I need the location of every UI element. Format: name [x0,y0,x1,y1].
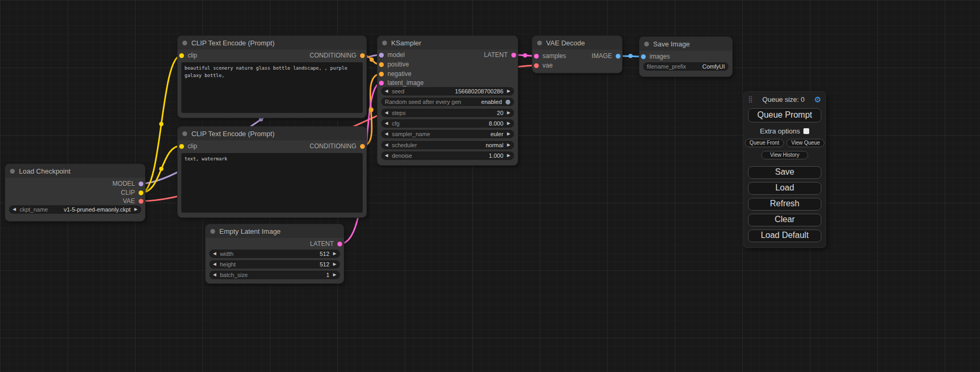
widget-value: 156680208700286 [408,88,503,94]
increment-arrow-icon[interactable]: ▶ [134,207,138,212]
input-port-images[interactable] [641,54,646,59]
collapse-dot-icon[interactable] [10,169,15,174]
widget-batch-size[interactable]: ◀ batch_size 1 ▶ [209,271,340,279]
input-label: negative [387,70,411,78]
decrement-arrow-icon[interactable]: ◀ [213,252,216,256]
node-title-bar[interactable]: VAE Decode [532,36,622,50]
view-history-button[interactable]: View History [761,151,808,159]
input-slot-vae: vae [532,62,622,69]
node-load-checkpoint[interactable]: Load Checkpoint MODEL CLIP VAE ◀ ckpt_na… [5,164,145,221]
node-title-bar[interactable]: KSampler [377,36,518,50]
output-label: CLIP [121,189,135,196]
node-clip-text-encode-positive[interactable]: CLIP Text Encode (Prompt) clip CONDITION… [178,36,366,118]
queue-prompt-button[interactable]: Queue Prompt [748,108,821,122]
widget-value: ComfyUI [690,63,725,70]
widget-filename-prefix[interactable]: filename_prefix ComfyUI [643,62,729,71]
load-default-button[interactable]: Load Default [748,230,821,242]
node-title-bar[interactable]: Empty Latent Image [206,224,344,238]
collapse-dot-icon[interactable] [644,42,649,46]
widget-value: 20 [409,110,503,116]
node-title-bar[interactable]: Save Image [639,37,732,51]
collapse-dot-icon[interactable] [182,131,187,136]
output-label: VAE [123,197,135,205]
increment-arrow-icon[interactable]: ▶ [507,89,510,93]
save-button[interactable]: Save [748,166,821,179]
output-port-latent[interactable] [337,242,342,246]
widget-ckpt-name[interactable]: ◀ ckpt_name v1-5-pruned-emaonly.ckpt ▶ [9,205,141,214]
output-port-clip[interactable] [139,190,143,195]
increment-arrow-icon[interactable]: ▶ [333,273,336,277]
input-port-latent-image[interactable] [379,81,384,85]
toggle-dot-icon[interactable] [506,100,510,104]
decrement-arrow-icon[interactable]: ◀ [385,111,388,115]
negative-prompt-textarea[interactable]: text, watermark [181,153,363,213]
widget-value: 1.000 [416,152,503,159]
settings-gear-icon[interactable]: ⚙ [814,96,821,103]
increment-arrow-icon[interactable]: ▶ [333,252,336,256]
node-title: CLIP Text Encode (Prompt) [191,39,275,47]
node-title: KSampler [391,39,421,47]
output-port-conditioning[interactable] [360,53,365,58]
node-title-bar[interactable]: CLIP Text Encode (Prompt) [178,127,366,140]
widget-width[interactable]: ◀ width 512 ▶ [209,250,340,258]
widget-scheduler[interactable]: ◀ scheduler normal ▶ [381,141,514,149]
widget-seed[interactable]: ◀ seed 156680208700286 ▶ [381,87,514,96]
node-ksampler[interactable]: KSampler model LATENT positive negative … [377,36,518,165]
increment-arrow-icon[interactable]: ▶ [507,121,510,126]
link-midpoint-dot [369,108,374,112]
decrement-arrow-icon[interactable]: ◀ [385,121,388,126]
increment-arrow-icon[interactable]: ▶ [507,143,510,147]
node-save-image[interactable]: Save Image images filename_prefix ComfyU… [639,37,732,77]
input-port-vae[interactable] [534,63,539,68]
extra-options-checkbox[interactable] [803,128,809,134]
decrement-arrow-icon[interactable]: ◀ [385,154,388,158]
output-port-model[interactable] [139,182,143,186]
increment-arrow-icon[interactable]: ▶ [507,132,510,136]
history-buttons-row: View History [748,151,821,159]
increment-arrow-icon[interactable]: ▶ [507,111,510,115]
node-clip-text-encode-negative[interactable]: CLIP Text Encode (Prompt) clip CONDITION… [178,127,366,217]
decrement-arrow-icon[interactable]: ◀ [213,262,216,266]
load-button[interactable]: Load [748,182,821,195]
input-slot-negative: negative [377,70,518,78]
queue-front-button[interactable]: Queue Front [745,139,784,147]
decrement-arrow-icon[interactable]: ◀ [385,132,388,136]
node-title-bar[interactable]: CLIP Text Encode (Prompt) [178,36,366,50]
node-empty-latent-image[interactable]: Empty Latent Image LATENT ◀ width 512 ▶ … [206,224,344,283]
refresh-button[interactable]: Refresh [748,198,821,211]
collapse-dot-icon[interactable] [182,41,187,45]
input-port-negative[interactable] [379,72,384,77]
node-title-bar[interactable]: Load Checkpoint [5,164,145,178]
output-port-conditioning[interactable] [360,144,365,149]
increment-arrow-icon[interactable]: ▶ [333,262,336,266]
widget-name: cfg [392,120,400,127]
widget-control-after-generate[interactable]: Random seed after every gen enabled [381,98,514,106]
decrement-arrow-icon[interactable]: ◀ [13,207,16,212]
output-port-vae[interactable] [139,199,143,204]
collapse-dot-icon[interactable] [382,41,387,45]
node-graph-canvas[interactable]: Load Checkpoint MODEL CLIP VAE ◀ ckpt_na… [0,0,980,372]
output-port-image[interactable] [616,54,620,59]
input-port-positive[interactable] [379,62,384,67]
positive-prompt-textarea[interactable]: beautiful scenery nature glass bottle la… [181,62,363,113]
widget-name: batch_size [220,272,248,278]
output-slot-image: IMAGE [532,52,622,60]
widget-sampler-name[interactable]: ◀ sampler_name euler ▶ [381,130,514,138]
decrement-arrow-icon[interactable]: ◀ [213,273,216,277]
widget-value: enabled [465,99,502,105]
widget-cfg[interactable]: ◀ cfg 8.000 ▶ [381,119,514,128]
collapse-dot-icon[interactable] [537,41,542,45]
widget-height[interactable]: ◀ height 512 ▶ [209,260,340,269]
drag-handle-icon[interactable]: ⣿ [748,96,753,103]
view-queue-button[interactable]: View Queue [787,139,824,147]
collapse-dot-icon[interactable] [210,229,215,234]
increment-arrow-icon[interactable]: ▶ [507,154,510,158]
output-port-latent[interactable] [511,53,516,58]
decrement-arrow-icon[interactable]: ◀ [385,143,388,147]
widget-denoise[interactable]: ◀ denoise 1.000 ▶ [381,151,514,160]
clear-button[interactable]: Clear [748,214,821,226]
output-label: CONDITIONING [309,52,356,59]
widget-steps[interactable]: ◀ steps 20 ▶ [381,109,514,117]
decrement-arrow-icon[interactable]: ◀ [385,89,388,93]
node-vae-decode[interactable]: VAE Decode samples IMAGE vae [532,36,622,73]
